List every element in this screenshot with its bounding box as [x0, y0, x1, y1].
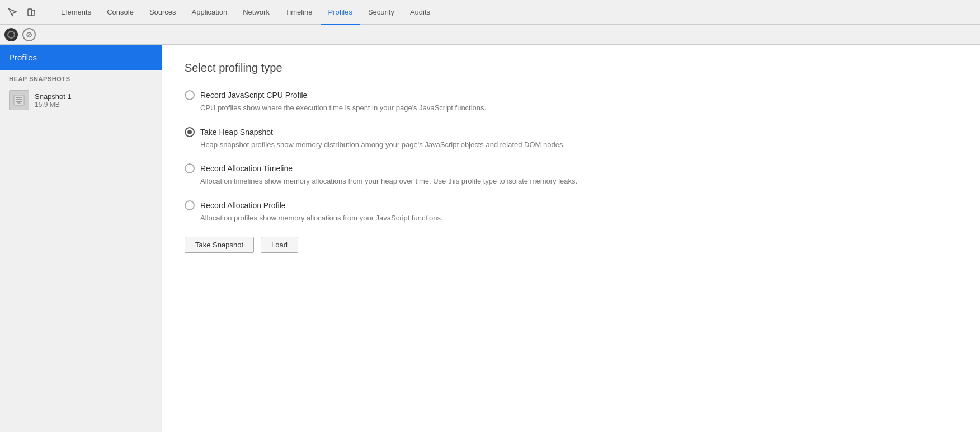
svg-rect-1	[32, 10, 35, 15]
svg-text:%: %	[17, 101, 21, 105]
take-snapshot-button[interactable]: Take Snapshot	[185, 237, 254, 253]
tab-audits[interactable]: Audits	[402, 1, 438, 25]
allocation-timeline-desc: Allocation timelines show memory allocat…	[200, 176, 958, 187]
option-row-alloc-timeline: Record Allocation Timeline	[185, 163, 958, 173]
content-title: Select profiling type	[185, 62, 958, 74]
tab-network[interactable]: Network	[235, 1, 277, 25]
option-row-heap: Take Heap Snapshot	[185, 127, 958, 137]
allocation-profile-label: Record Allocation Profile	[200, 201, 286, 210]
sidebar-header: Profiles	[0, 45, 162, 70]
allocation-timeline-label: Record Allocation Timeline	[200, 164, 293, 173]
record-button[interactable]	[4, 28, 18, 41]
content-area: Select profiling type Record JavaScript …	[162, 45, 980, 432]
record-btn-inner	[7, 31, 15, 39]
tab-security[interactable]: Security	[360, 1, 402, 25]
heap-snapshot-label: Take Heap Snapshot	[200, 128, 273, 137]
sidebar: Profiles HEAP SNAPSHOTS % Snapshot 1 15.…	[0, 45, 162, 432]
tab-timeline[interactable]: Timeline	[277, 1, 321, 25]
snapshot-icon: %	[9, 90, 29, 110]
tab-sources[interactable]: Sources	[142, 1, 184, 25]
radio-cpu-profile[interactable]	[185, 90, 195, 100]
tab-console[interactable]: Console	[99, 1, 142, 25]
snapshot-item[interactable]: % Snapshot 1 15.9 MB	[0, 86, 162, 115]
snapshot-name: Snapshot 1	[35, 92, 72, 101]
cpu-profile-desc: CPU profiles show where the execution ti…	[200, 102, 958, 114]
load-button[interactable]: Load	[261, 237, 298, 253]
sidebar-section-label: HEAP SNAPSHOTS	[0, 70, 162, 86]
clear-button[interactable]: ⊘	[22, 28, 36, 41]
snapshot-info: Snapshot 1 15.9 MB	[35, 92, 72, 109]
svg-rect-0	[28, 9, 32, 16]
tab-navigation: Elements Console Sources Application Net…	[53, 0, 438, 24]
action-buttons: Take Snapshot Load	[185, 237, 958, 253]
profiling-option-alloc-profile: Record Allocation Profile Allocation pro…	[185, 200, 958, 224]
cpu-profile-label: Record JavaScript CPU Profile	[200, 91, 307, 100]
snapshot-size: 15.9 MB	[35, 101, 72, 109]
option-row-cpu: Record JavaScript CPU Profile	[185, 90, 958, 100]
radio-heap-snapshot[interactable]	[185, 127, 195, 137]
main-layout: Profiles HEAP SNAPSHOTS % Snapshot 1 15.…	[0, 45, 980, 432]
radio-allocation-profile[interactable]	[185, 200, 195, 210]
tab-profiles[interactable]: Profiles	[321, 1, 360, 25]
top-toolbar: Elements Console Sources Application Net…	[0, 0, 980, 25]
toolbar-icons	[4, 4, 46, 20]
profiling-option-cpu: Record JavaScript CPU Profile CPU profil…	[185, 90, 958, 114]
tab-application[interactable]: Application	[184, 1, 235, 25]
option-row-alloc-profile: Record Allocation Profile	[185, 200, 958, 210]
inspect-element-btn[interactable]	[4, 4, 20, 20]
heap-snapshot-desc: Heap snapshot profiles show memory distr…	[200, 139, 958, 151]
radio-allocation-timeline[interactable]	[185, 163, 195, 173]
second-toolbar: ⊘	[0, 25, 980, 45]
tab-elements[interactable]: Elements	[53, 1, 99, 25]
allocation-profile-desc: Allocation profiles show memory allocati…	[200, 213, 958, 224]
profiling-option-alloc-timeline: Record Allocation Timeline Allocation ti…	[185, 163, 958, 187]
profiling-option-heap: Take Heap Snapshot Heap snapshot profile…	[185, 127, 958, 151]
device-mode-btn[interactable]	[23, 4, 39, 20]
